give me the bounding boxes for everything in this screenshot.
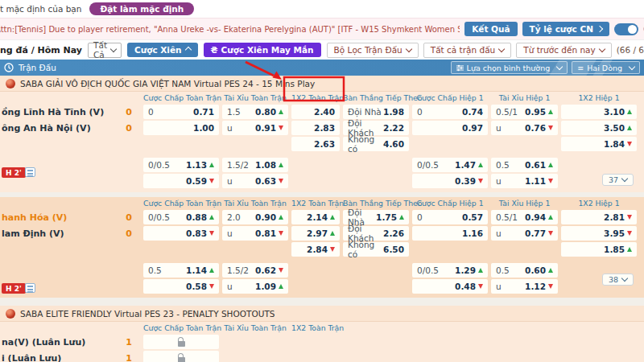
odds-cell[interactable]: 1.00	[143, 121, 219, 135]
chevron-down-icon	[110, 45, 117, 51]
all-matches-button[interactable]: Tất cả trận đấu	[423, 43, 511, 58]
league-filter-select[interactable]: Tất Cả	[88, 43, 122, 58]
odds-cell[interactable]: 0.48	[412, 279, 488, 294]
odds: 1.13	[186, 160, 207, 170]
odds-cell[interactable]: 0.58	[143, 279, 219, 294]
odds: 1.16	[462, 228, 483, 238]
odds-type-button[interactable]: Tỷ lệ cược CN	[522, 22, 609, 36]
odds-trend-icon	[330, 231, 335, 236]
league-header-1[interactable]: SABA GIẢI VÔ ĐỊCH QUỐC GIA VIỆT NAM Virt…	[0, 76, 644, 92]
live-time-badge: H 2'	[2, 283, 26, 294]
home-team-name: na(V) (Luân Lưu)	[2, 337, 85, 348]
odds-cell[interactable]: u1.09	[222, 279, 288, 294]
odds-cell[interactable]: 0.97	[412, 121, 488, 135]
normal-selection-button[interactable]: Lựa chọn bình thường	[451, 61, 568, 74]
odds: 0.94	[525, 212, 546, 222]
odds-cell[interactable]: u0.81	[222, 226, 288, 241]
odds-cell[interactable]: Không có6.50	[343, 242, 409, 257]
odds-cell[interactable]: 0.50.60	[491, 263, 558, 278]
odds-trend-icon	[627, 247, 632, 252]
odds-cell[interactable]: 00.74	[412, 105, 488, 119]
line: 2.0	[227, 212, 241, 222]
odds: 3.95	[604, 228, 625, 238]
results-button[interactable]: Kết Quả	[464, 22, 517, 36]
odds: 1.14	[186, 265, 207, 275]
odds-cell[interactable]: 0/0.51.13	[143, 158, 219, 172]
odds-cell[interactable]: 0.39	[412, 174, 488, 188]
league-header-2[interactable]: SABA ELITE FRIENDLY Virtual PES 23 - PEN…	[0, 306, 644, 322]
odds-trend-icon	[279, 109, 283, 114]
odds-cell[interactable]: 2.14	[291, 210, 340, 224]
set-default-button[interactable]: Đặt làm mặc định	[89, 2, 194, 15]
odds-cell[interactable]: 1.84	[561, 137, 637, 151]
odds: 1.12	[525, 282, 546, 291]
odds: 0.71	[193, 107, 214, 117]
more-markets-button[interactable]: 37	[602, 174, 634, 186]
odds-cell[interactable]: 0/0.50.88	[143, 210, 219, 224]
odds-cell[interactable]: 0.50.61	[491, 158, 558, 172]
odds-cell[interactable]: 0.5/10.94	[491, 210, 558, 224]
odds-cell[interactable]: u0.76	[491, 121, 558, 135]
default-settings-label: t mặc định của bạn	[0, 4, 81, 14]
more-markets-button[interactable]: 38	[602, 274, 634, 286]
odds: 2.40	[314, 107, 335, 117]
line: 0/0.5	[148, 160, 170, 170]
odds-cell[interactable]: u1.11	[491, 174, 558, 188]
away-team-name: ông An Hà Nội (V)	[2, 123, 91, 134]
odds-cell[interactable]: 00.71	[143, 105, 219, 119]
odds-cell[interactable]: 2.00.90	[222, 210, 288, 224]
parlay-button[interactable]: Cược Xiên	[127, 43, 198, 57]
odds-cell[interactable]: 1.5/21.08	[222, 158, 288, 172]
time-range-button[interactable]: Từ trước đến nay	[516, 43, 611, 58]
odds: 0.76	[525, 123, 546, 133]
all-matches-label: Tất cả trận đấu	[431, 45, 495, 55]
odds-cell[interactable]: Đội Nhà1.98	[343, 105, 409, 119]
lucky-parlay-button[interactable]: ₴Cược Xiên May Mắn	[204, 43, 321, 57]
odds-cell[interactable]: 2.40	[291, 105, 340, 119]
odds-cell[interactable]: 2.83	[291, 121, 340, 135]
odds-cell[interactable]: 2.63	[291, 137, 340, 151]
stats-icon[interactable]	[25, 167, 35, 177]
odds-cell[interactable]: 2.97	[291, 226, 340, 241]
odds-cell[interactable]: 1.16	[412, 226, 488, 241]
odds-cell[interactable]: 0.5/10.95	[491, 105, 558, 119]
odds-cell[interactable]: 00.57	[412, 210, 488, 224]
odds-cell[interactable]: 3.10	[561, 105, 637, 119]
odds-cell[interactable]: 0.59	[143, 174, 219, 188]
odds-cell[interactable]: 1.85	[561, 242, 637, 257]
col-ou-h1: Tài Xỉu Hiệp 1	[491, 93, 558, 102]
odds-cell[interactable]: u0.91	[222, 121, 288, 135]
match-filter-button[interactable]: Bộ Lọc Trận Đấu	[327, 43, 419, 58]
matches-header-bar: Trận Đấu Lựa chọn bình thường ≡Hai Dòng	[0, 60, 644, 76]
odds-cell[interactable]: Đội Nhà1.75	[343, 210, 409, 224]
odds-cell[interactable]: 2.84	[291, 242, 340, 257]
stats-icon[interactable]	[25, 283, 35, 293]
odds: 0.74	[462, 107, 483, 117]
odds-cell[interactable]: 2.81	[561, 210, 637, 224]
odds: 2.81	[604, 212, 625, 222]
col-ah-h1: Cược Chấp Hiệp 1	[412, 199, 488, 208]
time-range-label: Từ trước đến nay	[523, 45, 595, 55]
odds-cell[interactable]: Không có4.60	[343, 137, 409, 151]
odds-cell[interactable]: u0.77	[491, 226, 558, 241]
match-3-odds: na(V) (Luân Lưu)1 i (Luân Lưu)1	[0, 333, 644, 362]
odds-cell[interactable]: 3.95	[561, 226, 637, 241]
away-team-name: lam Định (V)	[2, 228, 64, 239]
odds-cell[interactable]: u1.12	[491, 279, 558, 294]
chevron-down-icon	[598, 45, 605, 51]
odds-cell[interactable]: 1.50.80	[222, 105, 288, 119]
locked-odds-cell	[143, 335, 219, 349]
odds-cell[interactable]: 0/0.51.47	[412, 158, 488, 172]
odds-cell[interactable]: 0.51.14	[143, 263, 219, 278]
odds-cell[interactable]: 1.5/20.62	[222, 263, 288, 278]
odds-cell[interactable]: Đội Khách2.22	[343, 121, 409, 135]
odds-cell[interactable]: 0/0.51.29	[412, 263, 488, 278]
home-team-name: hanh Hóa (V)	[2, 212, 67, 223]
odds-trend-icon	[548, 231, 553, 236]
odds: 1.08	[255, 160, 276, 170]
odds-cell[interactable]: u0.63	[222, 174, 288, 188]
odds-cell[interactable]: Đội Khách2.26	[343, 226, 409, 241]
odds-cell[interactable]: 0.83	[143, 226, 219, 241]
odds-toggle[interactable]	[614, 23, 638, 35]
odds-cell[interactable]: 3.50	[561, 121, 637, 135]
